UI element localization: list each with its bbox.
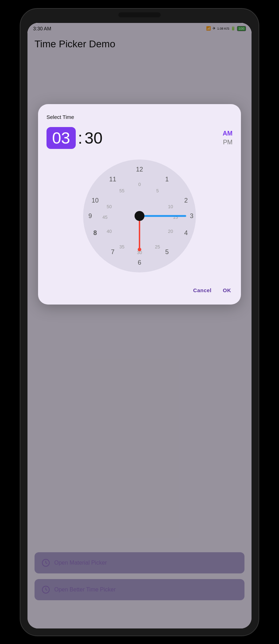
minute-value: 30 bbox=[85, 128, 103, 148]
svg-text:4: 4 bbox=[184, 229, 188, 236]
hour-value: 03 bbox=[52, 129, 70, 147]
clock-face[interactable]: 12 1 2 3 4 5 6 7 bbox=[80, 156, 199, 276]
svg-text:11: 11 bbox=[109, 176, 116, 183]
svg-text:10: 10 bbox=[92, 197, 99, 204]
dialog-buttons: Cancel OK bbox=[46, 284, 232, 296]
time-display: 03 : 30 AM PM bbox=[46, 127, 232, 149]
svg-text:5: 5 bbox=[156, 188, 159, 193]
am-label[interactable]: AM bbox=[223, 130, 232, 137]
svg-text:20: 20 bbox=[168, 229, 173, 234]
svg-point-28 bbox=[138, 248, 141, 251]
svg-text:40: 40 bbox=[107, 229, 112, 234]
svg-text:25: 25 bbox=[155, 244, 160, 249]
clock-svg: 12 1 2 3 4 5 6 7 bbox=[80, 156, 199, 276]
svg-text:3: 3 bbox=[190, 212, 193, 219]
ampm-container: AM PM bbox=[223, 130, 232, 146]
svg-text:10: 10 bbox=[168, 204, 173, 209]
pm-label[interactable]: PM bbox=[223, 139, 232, 146]
svg-text:12: 12 bbox=[136, 166, 143, 173]
svg-text:6: 6 bbox=[138, 259, 141, 266]
svg-text:55: 55 bbox=[119, 188, 124, 193]
hour-box[interactable]: 03 bbox=[46, 127, 76, 149]
dialog-title: Select Time bbox=[46, 114, 232, 120]
svg-text:1: 1 bbox=[165, 176, 169, 183]
svg-text:50: 50 bbox=[107, 204, 112, 209]
svg-point-30 bbox=[135, 211, 144, 221]
cancel-button[interactable]: Cancel bbox=[192, 284, 213, 296]
svg-text:45: 45 bbox=[103, 215, 107, 220]
svg-text:35: 35 bbox=[119, 244, 124, 249]
clock-container[interactable]: 12 1 2 3 4 5 6 7 bbox=[46, 156, 232, 276]
phone-screen: 3:30 AM 📶 ✈ 1.08 K/S 🔋 100 Time Picker D… bbox=[27, 23, 252, 628]
ok-button[interactable]: OK bbox=[222, 284, 233, 296]
phone-notch bbox=[118, 12, 161, 17]
time-colon: : bbox=[78, 128, 82, 148]
svg-text:5: 5 bbox=[165, 248, 169, 255]
phone-frame: 3:30 AM 📶 ✈ 1.08 K/S 🔋 100 Time Picker D… bbox=[20, 8, 259, 636]
svg-text:7: 7 bbox=[111, 248, 114, 255]
svg-text:9: 9 bbox=[88, 212, 92, 219]
svg-text:8: 8 bbox=[93, 229, 97, 236]
svg-text:0: 0 bbox=[138, 182, 141, 187]
time-picker-dialog: Select Time 03 : 30 AM PM bbox=[38, 104, 241, 305]
svg-text:2: 2 bbox=[184, 197, 188, 204]
